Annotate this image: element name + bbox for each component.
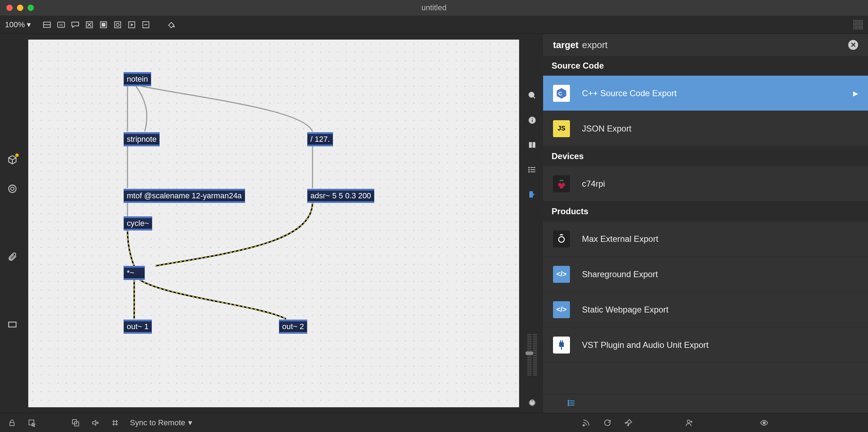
svg-rect-40 xyxy=(562,340,563,342)
output-meters[interactable] xyxy=(527,333,537,375)
svg-rect-23 xyxy=(529,142,532,148)
paint-bucket-icon[interactable] xyxy=(166,20,176,30)
svg-point-36 xyxy=(560,185,563,188)
object-mult[interactable]: *~ xyxy=(124,266,145,280)
columns-icon[interactable] xyxy=(527,140,537,150)
minus-box-icon[interactable] xyxy=(141,20,151,30)
object-notein[interactable]: notein xyxy=(124,72,151,86)
refresh-icon[interactable] xyxy=(602,418,612,428)
object-out1[interactable]: out~ 1 xyxy=(124,320,152,334)
svg-rect-9 xyxy=(115,22,121,28)
grid-toggle-icon[interactable] xyxy=(853,20,863,30)
object-cycle[interactable]: cycle~ xyxy=(124,216,152,230)
record-icon[interactable] xyxy=(7,183,18,194)
select-icon[interactable] xyxy=(27,418,37,428)
export-item-shareground[interactable]: </> Shareground Export xyxy=(543,257,868,292)
object-stripnote[interactable]: stripnote xyxy=(124,132,160,146)
export-item-label: Max External Export xyxy=(582,234,858,244)
dropdown-triangle-icon: ▾ xyxy=(27,20,31,29)
canvas-wrap: notein stripnote / 127. mtof @scalename … xyxy=(25,34,521,413)
svg-point-58 xyxy=(583,425,584,426)
panel-title-rest: export xyxy=(582,40,607,51)
grid-icon[interactable] xyxy=(110,418,120,428)
svg-point-59 xyxy=(687,420,690,423)
app-window: untitled 100% ▾ m xyxy=(0,0,868,432)
list-icon[interactable] xyxy=(527,165,537,175)
right-rail xyxy=(521,34,543,413)
object-mtof[interactable]: mtof @scalename 12-yarman24a xyxy=(124,189,245,203)
chevron-right-icon: ▸ xyxy=(853,87,858,99)
play-box-icon[interactable] xyxy=(127,20,137,30)
export-icon[interactable] xyxy=(527,189,537,199)
export-item-cpp[interactable]: C C++ Source Code Export ▸ xyxy=(543,76,868,111)
section-devices: Devices xyxy=(543,146,868,166)
object-out2[interactable]: out~ 2 xyxy=(279,320,307,334)
export-item-label: c74rpi xyxy=(582,179,858,189)
export-item-label: VST Plugin and Audio Unit Export xyxy=(582,340,858,350)
export-item-label: JSON Export xyxy=(582,124,858,134)
top-toolbar: 100% ▾ m xyxy=(0,16,868,34)
add-user-icon[interactable] xyxy=(684,418,694,428)
close-window-button[interactable] xyxy=(6,5,13,11)
dropdown-triangle-icon: ▾ xyxy=(188,418,192,427)
power-icon[interactable] xyxy=(527,397,537,407)
svg-line-19 xyxy=(533,97,535,98)
circle-box-icon[interactable] xyxy=(113,20,123,30)
comment-tool-icon[interactable] xyxy=(70,20,80,30)
panel-header: target export ✕ xyxy=(543,34,868,56)
export-item-vst[interactable]: VST Plugin and Audio Unit Export xyxy=(543,327,868,363)
panel-icon[interactable] xyxy=(7,319,18,330)
rss-icon[interactable] xyxy=(581,418,591,428)
x-box-icon[interactable] xyxy=(84,20,94,30)
svg-point-30 xyxy=(529,171,529,172)
export-item-label: C++ Source Code Export xyxy=(582,88,841,98)
section-products: Products xyxy=(543,202,868,221)
svg-point-45 xyxy=(568,400,569,401)
package-icon[interactable] xyxy=(7,154,18,165)
object-tool-icon[interactable] xyxy=(42,20,52,30)
patcher-canvas[interactable]: notein stripnote / 127. mtof @scalename … xyxy=(28,40,519,407)
layers-icon[interactable] xyxy=(71,418,81,428)
sync-label-text: Sync to Remote xyxy=(130,418,185,427)
volume-slider-knob[interactable] xyxy=(525,351,533,355)
zoom-dropdown[interactable]: 100% ▾ xyxy=(5,20,31,29)
minimize-window-button[interactable] xyxy=(17,5,23,11)
list-view-icon[interactable] xyxy=(567,399,576,409)
sync-dropdown[interactable]: Sync to Remote ▾ xyxy=(130,418,192,427)
mute-icon[interactable] xyxy=(90,418,100,428)
svg-point-28 xyxy=(529,167,529,168)
svg-text:m: m xyxy=(60,23,63,27)
patch-cords xyxy=(28,40,519,407)
eye-icon[interactable] xyxy=(759,418,769,428)
svg-point-18 xyxy=(529,92,534,97)
search-icon[interactable] xyxy=(527,91,537,100)
plug-icon xyxy=(553,337,570,354)
export-item-json[interactable]: JS JSON Export xyxy=(543,111,868,146)
traffic-lights xyxy=(6,5,34,11)
message-tool-icon[interactable]: m xyxy=(56,20,66,30)
svg-rect-49 xyxy=(29,420,34,425)
info-icon[interactable] xyxy=(527,115,537,125)
section-source-code: Source Code xyxy=(543,56,868,76)
svg-rect-38 xyxy=(559,342,564,347)
export-item-label: Shareground Export xyxy=(582,269,858,279)
panel-footer xyxy=(543,394,868,413)
object-adsr[interactable]: adsr~ 5 5 0.3 200 xyxy=(307,189,374,203)
attachment-icon[interactable] xyxy=(7,251,18,262)
svg-rect-41 xyxy=(561,347,562,350)
filled-box-icon[interactable] xyxy=(99,20,108,30)
object-div127[interactable]: / 127. xyxy=(307,132,333,146)
pin-icon[interactable] xyxy=(624,418,634,428)
svg-rect-48 xyxy=(10,422,14,426)
close-panel-button[interactable]: ✕ xyxy=(848,40,858,50)
maximize-window-button[interactable] xyxy=(28,5,34,11)
export-item-c74rpi[interactable]: c74rpi xyxy=(543,166,868,202)
cpp-icon: C xyxy=(553,85,570,102)
export-item-static[interactable]: </> Static Webpage Export xyxy=(543,292,868,327)
svg-point-62 xyxy=(763,422,765,424)
svg-point-37 xyxy=(559,237,564,242)
export-item-max[interactable]: Max External Export xyxy=(543,221,868,257)
code-icon: </> xyxy=(553,266,570,283)
lock-icon[interactable] xyxy=(7,418,17,428)
svg-point-29 xyxy=(529,169,529,170)
